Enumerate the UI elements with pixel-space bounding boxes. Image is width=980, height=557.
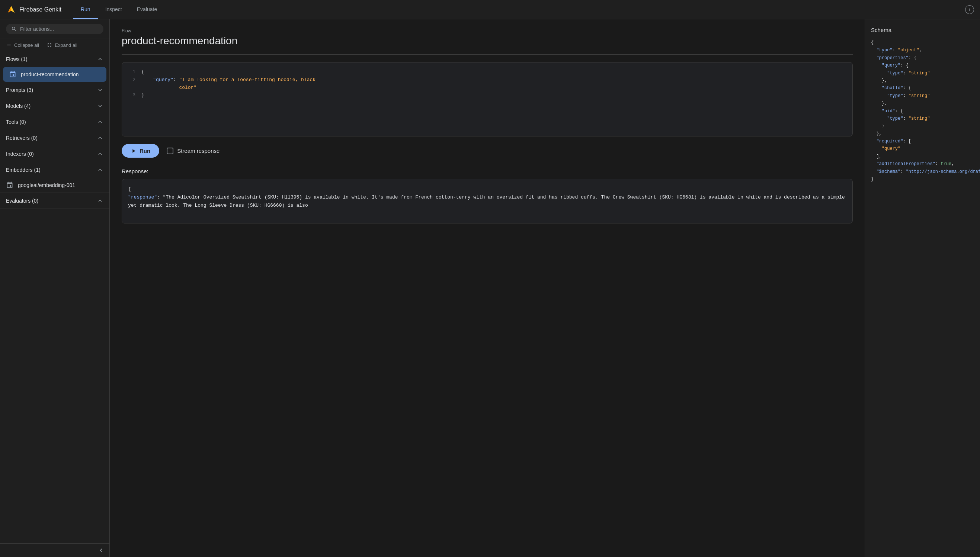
- sidebar-collapse-row: Collapse all Expand all: [0, 39, 109, 51]
- code-line-1: 1 {: [128, 68, 846, 76]
- collapse-icon: [6, 42, 12, 48]
- tools-chevron-icon: [97, 119, 103, 125]
- evaluators-section-header[interactable]: Evaluators (0): [0, 193, 109, 208]
- sidebar-collapse-footer[interactable]: [0, 543, 109, 557]
- response-content: "response": "The Adicolor Oversized Swea…: [128, 194, 845, 208]
- schema-title: Schema: [871, 27, 974, 33]
- expand-icon: [47, 42, 52, 48]
- sidebar-section-indexers: Indexers (0): [0, 146, 109, 162]
- sidebar-section-retrievers: Retrievers (0): [0, 130, 109, 146]
- search-icon: [11, 26, 17, 32]
- sidebar-section-flows: Flows (1) product-recommendation: [0, 51, 109, 82]
- search-input[interactable]: [20, 26, 98, 32]
- tab-evaluate[interactable]: Evaluate: [129, 0, 165, 20]
- indexers-chevron-icon: [97, 151, 103, 157]
- response-label: Response:: [122, 168, 853, 174]
- line-num-2: 2: [128, 76, 135, 92]
- svg-marker-2: [11, 6, 15, 13]
- flow-icon: [9, 71, 16, 78]
- stream-checkbox[interactable]: [167, 148, 173, 154]
- sidebar-item-label-product-recommendation: product-recommendation: [21, 72, 79, 77]
- tab-run[interactable]: Run: [73, 0, 98, 20]
- run-area: Run Stream response: [122, 144, 853, 158]
- sidebar-item-embedding-001[interactable]: googleai/embedding-001: [0, 178, 109, 192]
- tools-section-header[interactable]: Tools (0): [0, 114, 109, 130]
- sidebar-section-models: Models (4): [0, 98, 109, 114]
- response-box: { "response": "The Adicolor Oversized Sw…: [122, 179, 853, 223]
- stream-checkbox-area[interactable]: Stream response: [167, 148, 220, 154]
- search-input-wrap[interactable]: [6, 24, 103, 34]
- flows-section-title: Flows (1): [6, 56, 28, 62]
- firebase-logo-icon: [6, 5, 16, 15]
- sidebar-search-section: [0, 20, 109, 39]
- evaluators-chevron-icon: [97, 197, 103, 204]
- collapse-all-button[interactable]: Collapse all: [6, 42, 39, 48]
- line-num-3: 3: [128, 91, 135, 99]
- response-brace: {: [128, 186, 131, 192]
- app-name: Firebase Genkit: [20, 7, 61, 13]
- sidebar: Collapse all Expand all Flows (1): [0, 20, 110, 557]
- topnav: Firebase Genkit Run Inspect Evaluate i: [0, 0, 980, 20]
- sidebar-collapse-icon: [98, 547, 105, 554]
- embedders-section-header[interactable]: Embedders (1): [0, 162, 109, 178]
- indexers-section-header[interactable]: Indexers (0): [0, 146, 109, 162]
- main-content: Flow product-recommendation 1 { 2 "query…: [110, 20, 865, 557]
- sidebar-section-embedders: Embedders (1) googleai/embedding-001: [0, 162, 109, 193]
- retrievers-section-header[interactable]: Retrievers (0): [0, 130, 109, 146]
- models-chevron-icon: [97, 103, 103, 109]
- flow-label: Flow: [122, 28, 853, 33]
- flow-title: product-recommendation: [122, 35, 853, 47]
- line-num-1: 1: [128, 68, 135, 76]
- run-play-icon: [130, 148, 137, 154]
- sidebar-item-product-recommendation[interactable]: product-recommendation: [3, 67, 106, 82]
- indexers-section-title: Indexers (0): [6, 151, 34, 157]
- evaluators-section-title: Evaluators (0): [6, 198, 38, 204]
- sidebar-section-tools: Tools (0): [0, 114, 109, 130]
- prompts-chevron-icon: [97, 86, 103, 93]
- sidebar-item-label-embedding-001: googleai/embedding-001: [18, 182, 75, 188]
- retrievers-chevron-icon: [97, 135, 103, 141]
- schema-panel: Schema { "type": "object", "properties":…: [865, 20, 980, 557]
- embedders-chevron-icon: [97, 166, 103, 173]
- prompts-section-header[interactable]: Prompts (3): [0, 82, 109, 98]
- topnav-right: i: [965, 5, 974, 14]
- embedders-section-title: Embedders (1): [6, 167, 41, 173]
- code-line-2: 2 "query": "I am looking for a loose-fit…: [128, 76, 846, 92]
- flow-divider: [122, 54, 853, 55]
- line-content-2: "query": "I am looking for a loose-fitti…: [141, 76, 315, 92]
- sidebar-section-evaluators: Evaluators (0): [0, 193, 109, 209]
- code-line-3: 3 }: [128, 91, 846, 99]
- sidebar-section-prompts: Prompts (3): [0, 82, 109, 98]
- stream-label: Stream response: [177, 148, 220, 154]
- schema-code: { "type": "object", "properties": { "que…: [871, 39, 974, 183]
- run-button[interactable]: Run: [122, 144, 159, 158]
- models-section-header[interactable]: Models (4): [0, 98, 109, 114]
- app-logo: Firebase Genkit: [6, 5, 61, 15]
- code-editor[interactable]: 1 { 2 "query": "I am looking for a loose…: [122, 62, 853, 137]
- expand-all-button[interactable]: Expand all: [47, 42, 77, 48]
- retrievers-section-title: Retrievers (0): [6, 135, 38, 141]
- tab-inspect[interactable]: Inspect: [98, 0, 129, 20]
- tools-section-title: Tools (0): [6, 119, 26, 125]
- info-icon[interactable]: i: [965, 5, 974, 14]
- flows-section-header[interactable]: Flows (1): [0, 51, 109, 67]
- nav-tabs: Run Inspect Evaluate: [73, 0, 165, 19]
- line-content-1: {: [141, 68, 144, 76]
- embedding-icon: [6, 181, 13, 189]
- main-layout: Collapse all Expand all Flows (1): [0, 20, 980, 557]
- line-content-3: }: [141, 91, 144, 99]
- models-section-title: Models (4): [6, 103, 31, 109]
- flows-chevron-icon: [97, 56, 103, 62]
- prompts-section-title: Prompts (3): [6, 87, 33, 93]
